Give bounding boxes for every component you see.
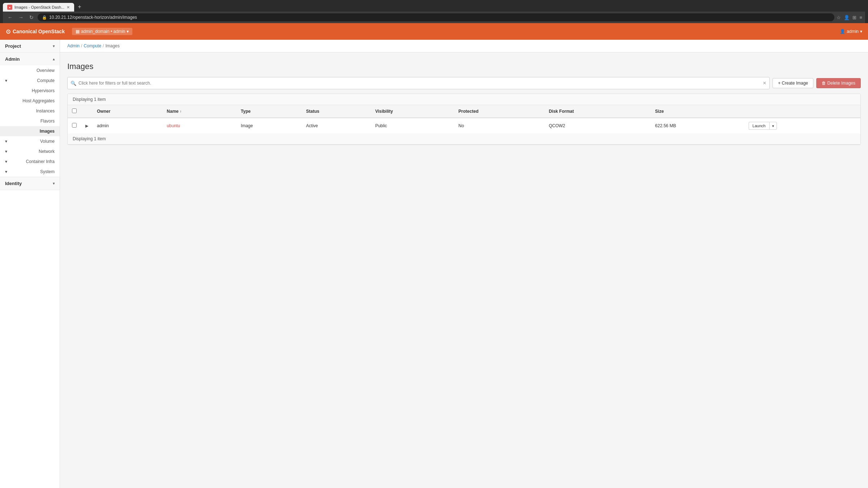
content-inner: Images 🔍 ✕ + Create Image 🗑 Delete Image… [60, 56, 868, 151]
breadcrumb-images: Images [105, 43, 119, 48]
user-icon: 👤 [840, 29, 845, 34]
address-text: 10.20.21.12/openstack-horizon/admin/imag… [49, 15, 830, 20]
browser-tabs: ● Images - OpenStack Dash... ✕ + [3, 2, 865, 12]
breadcrumb-admin[interactable]: Admin [67, 43, 80, 48]
sidebar-item-hypervisors[interactable]: Hypervisors [0, 86, 60, 96]
search-clear-icon[interactable]: ✕ [763, 81, 766, 86]
sidebar-volume-header[interactable]: ▾ Volume [0, 136, 60, 146]
table-info-bottom: Displaying 1 item [68, 133, 860, 145]
sidebar-container-infra-header[interactable]: ▾ Container Infra [0, 157, 60, 167]
domain-badge-icon: ▦ [76, 29, 80, 34]
breadcrumb-sep-1: / [81, 43, 82, 48]
identity-chevron-icon: ▾ [53, 181, 55, 185]
nav-forward-button[interactable]: → [17, 13, 25, 21]
sidebar-project-header[interactable]: Project ▾ [0, 40, 60, 52]
volume-chevron-icon: ▾ [5, 139, 7, 144]
sidebar-identity-label: Identity [5, 181, 22, 186]
row-name-link[interactable]: ubuntu [167, 123, 180, 128]
col-visibility: Visibility [371, 105, 454, 118]
top-nav: ⊙ Canonical OpenStack ▦ admin_domain • a… [0, 23, 868, 40]
address-box[interactable]: 🔒 10.20.21.12/openstack-horizon/admin/im… [38, 13, 834, 21]
sidebar-container-infra-label: Container Infra [26, 159, 55, 164]
menu-icon[interactable]: ≡ [859, 15, 862, 20]
row-status-cell: Active [302, 118, 371, 133]
sidebar-network-label: Network [39, 149, 55, 154]
toolbar: 🔍 ✕ + Create Image 🗑 Delete Images [67, 77, 861, 89]
row-size-cell: 622.56 MB [651, 118, 744, 133]
brand-text: Canonical OpenStack [13, 29, 65, 34]
col-disk-format: Disk Format [544, 105, 651, 118]
profile-icon[interactable]: 👤 [844, 15, 850, 20]
nav-back-button[interactable]: ← [6, 13, 14, 21]
table-header: Owner Name ↑ Type Status [68, 105, 860, 118]
row-checkbox[interactable] [72, 123, 77, 128]
domain-badge[interactable]: ▦ admin_domain • admin ▾ [72, 28, 132, 35]
star-icon[interactable]: ☆ [837, 15, 841, 20]
browser-chrome: ● Images - OpenStack Dash... ✕ + ← → ↻ 🔒… [0, 0, 868, 23]
sidebar-network-header[interactable]: ▾ Network [0, 146, 60, 157]
sidebar-compute-header[interactable]: ▾ Compute [0, 76, 60, 86]
sidebar-system-header[interactable]: ▾ System [0, 167, 60, 177]
table-header-row: Owner Name ↑ Type Status [68, 105, 860, 118]
domain-badge-text: admin_domain • admin [81, 29, 125, 34]
row-checkbox-cell [68, 118, 81, 133]
table-row: ▶ admin ubuntu Image Active Public No [68, 118, 860, 133]
breadcrumb: Admin / Compute / Images [60, 40, 868, 52]
launch-dropdown-button[interactable]: ▾ [769, 122, 777, 130]
col-protected: Protected [454, 105, 545, 118]
sidebar-item-instances[interactable]: Instances [0, 106, 60, 116]
row-type-cell: Image [237, 118, 302, 133]
search-icon: 🔍 [71, 81, 76, 86]
sidebar-item-flavors[interactable]: Flavors [0, 116, 60, 126]
domain-dropdown-icon: ▾ [127, 29, 129, 34]
active-tab[interactable]: ● Images - OpenStack Dash... ✕ [3, 3, 74, 12]
col-name[interactable]: Name ↑ [162, 105, 237, 118]
system-chevron-icon: ▾ [5, 169, 7, 174]
brand-icon: ⊙ [6, 28, 10, 35]
sidebar-section-admin: Admin ▴ Overview ▾ Compute Hypervisors H… [0, 53, 60, 177]
name-sort-icon: ↑ [180, 110, 182, 114]
browser-icons: ☆ 👤 ⊞ ≡ [837, 15, 862, 20]
lock-icon: 🔒 [42, 15, 47, 20]
user-menu[interactable]: 👤 admin ▾ [840, 29, 862, 34]
tab-close-icon[interactable]: ✕ [67, 5, 70, 10]
breadcrumb-compute[interactable]: Compute [84, 43, 101, 48]
row-protected-cell: No [454, 118, 545, 133]
row-owner-cell: admin [93, 118, 162, 133]
app-wrapper: ⊙ Canonical OpenStack ▦ admin_domain • a… [0, 23, 868, 488]
project-chevron-icon: ▾ [53, 44, 55, 48]
sidebar-section-identity: Identity ▾ [0, 177, 60, 190]
delete-images-button[interactable]: 🗑 Delete Images [816, 78, 861, 88]
page-title: Images [67, 62, 861, 71]
new-tab-button[interactable]: + [75, 2, 84, 12]
sidebar-volume-label: Volume [40, 139, 55, 144]
launch-button[interactable]: Launch [749, 122, 769, 130]
row-action-split: Launch ▾ [749, 122, 856, 130]
sidebar-item-images[interactable]: Images [0, 126, 60, 136]
expand-col [81, 105, 93, 118]
extensions-icon[interactable]: ⊞ [852, 15, 856, 20]
sidebar-identity-header[interactable]: Identity ▾ [0, 177, 60, 190]
tab-title: Images - OpenStack Dash... [14, 5, 64, 9]
tab-favicon: ● [7, 5, 12, 10]
create-image-button[interactable]: + Create Image [773, 78, 813, 88]
col-type: Type [237, 105, 302, 118]
images-table: Owner Name ↑ Type Status [68, 105, 860, 133]
sidebar-item-host-aggregates[interactable]: Host Aggregates [0, 96, 60, 106]
top-nav-middle: ▦ admin_domain • admin ▾ [65, 28, 840, 35]
col-owner: Owner [93, 105, 162, 118]
user-dropdown-icon: ▾ [860, 29, 862, 34]
col-status: Status [302, 105, 371, 118]
row-action-cell: Launch ▾ [744, 118, 860, 133]
row-expand-button[interactable]: ▶ [85, 124, 88, 128]
row-disk-format-cell: QCOW2 [544, 118, 651, 133]
search-input[interactable] [78, 81, 763, 86]
col-actions [744, 105, 860, 118]
nav-refresh-button[interactable]: ↻ [27, 13, 35, 21]
select-all-checkbox[interactable] [72, 108, 77, 113]
sidebar-admin-header[interactable]: Admin ▴ [0, 53, 60, 65]
sidebar-system-label: System [40, 169, 55, 174]
compute-chevron-icon: ▾ [5, 78, 7, 83]
sidebar-item-overview[interactable]: Overview [0, 65, 60, 76]
admin-chevron-icon: ▴ [53, 57, 55, 61]
